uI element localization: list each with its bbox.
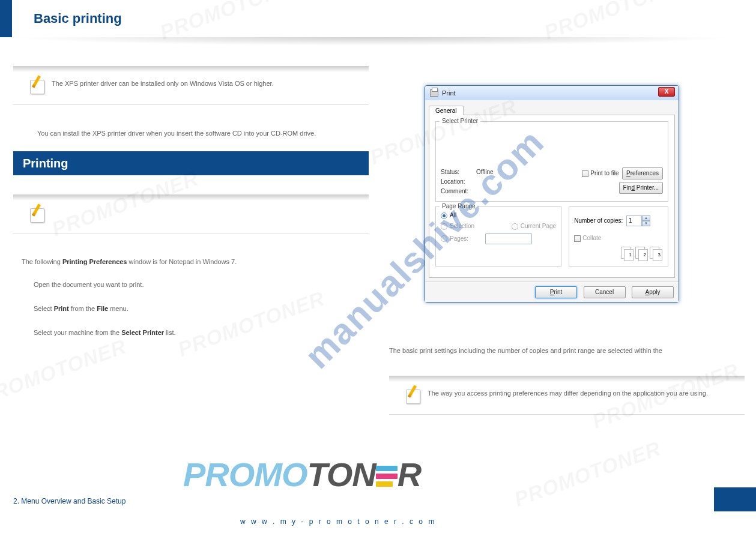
print-button[interactable]: Print <box>535 286 577 298</box>
step-2: Select Print from the File menu. <box>34 304 129 314</box>
copies-value[interactable]: 1 <box>626 215 642 226</box>
printer-icon <box>430 89 438 97</box>
copies-label: Number of copies: <box>574 217 623 224</box>
note-icon <box>30 206 47 223</box>
footer-chapter: 2. Menu Overview and Basic Setup <box>13 497 125 505</box>
radio-all[interactable] <box>441 212 447 219</box>
copies-fieldset: Number of copies: 1 ▲▼ Collate 11 22 33 <box>569 206 668 266</box>
spinner-up[interactable]: ▲ <box>642 215 650 221</box>
note-text: The XPS printer driver can be installed … <box>52 80 363 87</box>
header-shadow <box>12 37 733 46</box>
radio-selection <box>441 223 447 230</box>
ghost-logo-7: PROMOTONER <box>511 436 664 511</box>
preferences-button[interactable]: Preferences <box>622 167 663 179</box>
dialog-title-text: Print <box>442 89 456 97</box>
step-3: Select your machine from the Select Prin… <box>34 328 176 338</box>
body-xps-install: You can install the XPS printer driver w… <box>37 128 361 139</box>
note-text-3: The way you access printing preferences … <box>428 390 708 397</box>
print-to-file-label: Print to file <box>590 170 618 176</box>
body-paragraph: The following Printing Preferences windo… <box>22 257 358 267</box>
select-printer-fieldset: Select Printer Status: Offline Location:… <box>435 121 668 202</box>
close-button[interactable]: X <box>658 87 675 97</box>
apply-button[interactable]: Apply <box>632 286 674 298</box>
section-heading: Printing <box>13 151 369 175</box>
select-printer-label: Select Printer <box>440 118 480 124</box>
page-title: Basic printing <box>34 11 122 26</box>
radio-current-page <box>512 223 518 230</box>
printer-list[interactable] <box>441 127 663 167</box>
print-to-file-checkbox[interactable] <box>582 170 588 177</box>
status-info: Status: Offline Location: Comment: <box>441 167 494 196</box>
find-printer-button[interactable]: Find Printer... <box>619 182 663 194</box>
collate-checkbox[interactable] <box>574 235 581 242</box>
note-box-2 <box>13 203 369 233</box>
dialog-body: General Select Printer Status: Offline L… <box>425 100 679 282</box>
page-range-label: Page Range <box>440 203 478 209</box>
note-icon <box>406 387 423 404</box>
step-1: Open the document you want to print. <box>34 280 144 290</box>
page-number-box <box>714 487 756 511</box>
radio-pages[interactable] <box>441 235 447 242</box>
header-accent <box>0 0 12 37</box>
collate-label: Collate <box>582 235 601 241</box>
page-range-fieldset: Page Range All Selection Current Page Pa… <box>435 206 561 266</box>
right-paragraph: The basic print settings including the n… <box>389 346 725 356</box>
note-icon <box>30 77 47 94</box>
pages-input[interactable] <box>485 233 532 244</box>
logo-promotoner: PROMOTONR <box>183 455 421 494</box>
ghost-logo-5: PROMOTONER <box>175 286 328 361</box>
dialog-titlebar[interactable]: Print X <box>425 86 679 100</box>
footer-url: w w w . m y - p r o m o t o n e r . c o … <box>240 517 436 526</box>
ghost-logo-6: PROMOTONER <box>0 334 130 409</box>
tab-panel: Select Printer Status: Offline Location:… <box>429 115 675 278</box>
cancel-button[interactable]: Cancel <box>584 286 626 298</box>
collate-preview: 11 22 33 <box>574 247 663 261</box>
note-box-3: The way you access printing preferences … <box>389 385 745 415</box>
print-dialog: Print X General Select Printer Status: O… <box>425 85 679 303</box>
note-box-xps: The XPS printer driver can be installed … <box>13 75 369 105</box>
spinner-down[interactable]: ▼ <box>642 221 650 226</box>
dialog-footer: Print Cancel Apply <box>425 282 679 302</box>
tab-general[interactable]: General <box>429 106 464 115</box>
